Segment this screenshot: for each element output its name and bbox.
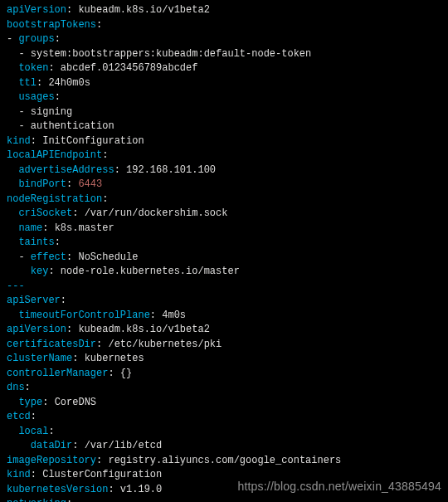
yaml-line: token: abcdef.0123456789abcdef xyxy=(7,61,441,76)
yaml-doc-separator: --- xyxy=(7,280,441,295)
yaml-line: etcd: xyxy=(7,410,441,425)
yaml-line: - effect: NoSchedule xyxy=(7,251,441,266)
yaml-line: localAPIEndpoint: xyxy=(7,149,441,163)
yaml-line: kind: InitConfiguration xyxy=(7,134,441,149)
yaml-line: certificatesDir: /etc/kubernetes/pki xyxy=(7,338,441,353)
yaml-line: usages: xyxy=(7,90,441,105)
yaml-line: type: CoreDNS xyxy=(7,396,441,411)
yaml-line: kind: ClusterConfiguration xyxy=(7,468,441,483)
yaml-line: timeoutForControlPlane: 4m0s xyxy=(7,309,441,324)
yaml-line: apiVersion: kubeadm.k8s.io/v1beta2 xyxy=(7,323,441,338)
yaml-line: bindPort: 6443 xyxy=(7,178,441,193)
yaml-line: name: k8s.master xyxy=(7,222,441,236)
yaml-line: imageRepository: registry.aliyuncs.com/g… xyxy=(7,454,441,469)
yaml-line: - system:bootstrappers:kubeadm:default-n… xyxy=(7,47,441,62)
yaml-line: clusterName: kubernetes xyxy=(7,352,441,367)
yaml-line: - authentication xyxy=(7,119,441,134)
terminal-yaml-content[interactable]: apiVersion: kubeadm.k8s.io/v1beta2 boots… xyxy=(7,3,441,502)
yaml-line: kubernetesVersion: v1.19.0 xyxy=(7,483,441,498)
yaml-line: ttl: 24h0m0s xyxy=(7,76,441,91)
yaml-line: controllerManager: {} xyxy=(7,367,441,382)
yaml-line: key: node-role.kubernetes.io/master xyxy=(7,265,441,280)
yaml-line: - groups: xyxy=(7,32,441,47)
yaml-line: criSocket: /var/run/dockershim.sock xyxy=(7,207,441,222)
yaml-line: advertiseAddress: 192.168.101.100 xyxy=(7,163,441,178)
yaml-line: - signing xyxy=(7,105,441,120)
yaml-line: apiVersion: kubeadm.k8s.io/v1beta2 xyxy=(7,3,441,18)
yaml-line: nodeRegistration: xyxy=(7,193,441,207)
yaml-line: taints: xyxy=(7,236,441,251)
yaml-line: dns: xyxy=(7,381,441,396)
yaml-line: dataDir: /var/lib/etcd xyxy=(7,439,441,454)
yaml-line: local: xyxy=(7,425,441,440)
yaml-line: bootstrapTokens: xyxy=(7,18,441,33)
yaml-line: apiServer: xyxy=(7,294,441,309)
yaml-line: networking: xyxy=(7,497,441,502)
